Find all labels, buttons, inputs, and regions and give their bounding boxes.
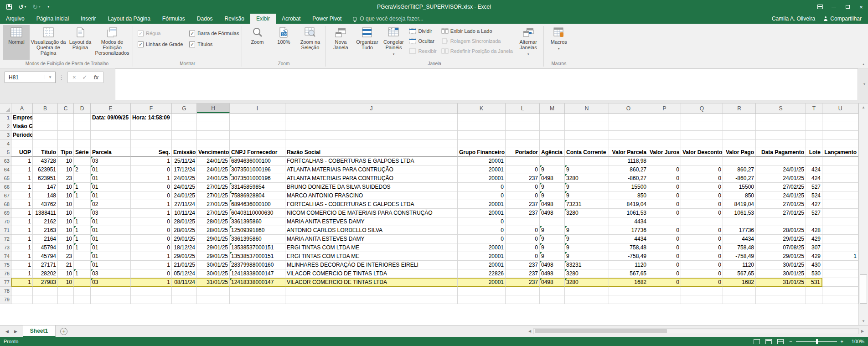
zoom-slider-thumb[interactable]	[816, 339, 818, 344]
row-header-67[interactable]: 67	[0, 191, 11, 200]
cell-P75[interactable]: 0	[648, 261, 681, 269]
cell-N5[interactable]: Conta Corrente	[565, 148, 609, 157]
cell-S71[interactable]: 28/01/25	[756, 226, 806, 235]
redo-button[interactable]: ↻▾	[32, 4, 40, 10]
cell-F77[interactable]: 1	[131, 278, 172, 287]
cell-F79[interactable]	[131, 295, 172, 304]
cell-E67[interactable]: 01	[91, 191, 131, 200]
cell-D5[interactable]: Série	[74, 148, 91, 157]
cell-D69[interactable]	[74, 209, 91, 217]
cell-M73[interactable]: 9	[540, 243, 565, 252]
cell-E4[interactable]	[91, 139, 131, 148]
cell-A64[interactable]: 1	[11, 165, 33, 174]
cell-P78[interactable]	[648, 287, 681, 295]
cell-S67[interactable]: 24/01/25	[756, 191, 806, 200]
cell-S73[interactable]: 07/08/25	[756, 243, 806, 252]
cell-M75[interactable]: 0498	[540, 261, 565, 269]
cell-A72[interactable]: 1	[11, 235, 33, 243]
cell-G68[interactable]: 27/11/24	[172, 200, 197, 209]
formula-bar-checkbox[interactable]: ✓Barra de Fórmulas	[189, 28, 239, 39]
horizontal-scrollbar[interactable]: ◀ ▶	[526, 325, 868, 337]
cell-D2[interactable]	[74, 122, 91, 131]
cell-D78[interactable]	[74, 287, 91, 295]
cell-Q70[interactable]	[681, 217, 723, 226]
cell-E70[interactable]: 01	[91, 217, 131, 226]
cell-D1[interactable]	[74, 114, 91, 122]
cell-Q5[interactable]: Valor Desconto	[681, 148, 723, 157]
cell-A77[interactable]: 1	[11, 278, 33, 287]
cell-I77[interactable]: 12418338000147	[230, 278, 285, 287]
formula-input[interactable]	[115, 68, 858, 100]
cell-I63[interactable]: 6894636000100	[230, 157, 285, 165]
cell-L73[interactable]: 0	[506, 243, 540, 252]
cell-D74[interactable]	[74, 252, 91, 261]
cell-O76[interactable]: 567,65	[609, 269, 648, 278]
row-header-74[interactable]: 74	[0, 252, 11, 261]
cell-M2[interactable]	[540, 122, 565, 131]
cell-T77[interactable]: 531	[806, 278, 822, 287]
cell-E64[interactable]: 01	[91, 165, 131, 174]
cell-J75[interactable]: MLINHARES DECORAÇÃO DE INTERIORES EIRELI	[285, 261, 458, 269]
formula-bar-resize-handle[interactable]: ⋮	[59, 74, 64, 81]
cell-B78[interactable]	[33, 287, 58, 295]
column-header-O[interactable]: O	[609, 103, 648, 113]
minimize-button[interactable]	[827, 0, 841, 14]
cell-L66[interactable]: 0	[506, 183, 540, 191]
cell-I70[interactable]: 3361395860	[230, 217, 285, 226]
column-header-T[interactable]: T	[806, 103, 822, 113]
cell-L1[interactable]	[506, 114, 540, 122]
cell-P68[interactable]: 0	[648, 200, 681, 209]
share-button[interactable]: Compartilhar	[823, 15, 862, 22]
cell-Q77[interactable]: 0	[681, 278, 723, 287]
cell-K65[interactable]: 20001	[458, 174, 506, 183]
cell-K72[interactable]: 0	[458, 235, 506, 243]
cell-F66[interactable]: 0	[131, 183, 172, 191]
cell-A71[interactable]: 1	[11, 226, 33, 235]
cell-G5[interactable]: Emissão	[172, 148, 197, 157]
cell-P66[interactable]: 0	[648, 183, 681, 191]
cell-L68[interactable]: 237	[506, 200, 540, 209]
cell-E69[interactable]: 03	[91, 209, 131, 217]
cell-O5[interactable]: Valor Parcela	[609, 148, 648, 157]
cell-T5[interactable]: Lote	[806, 148, 822, 157]
cell-J65[interactable]: ATLANTA MATERIAIS PARA CONTRUÇÃO	[285, 174, 458, 183]
zoom-level[interactable]: 100%	[849, 339, 864, 344]
cell-T76[interactable]: 530	[806, 269, 822, 278]
cell-C68[interactable]: 10	[58, 200, 74, 209]
cell-G70[interactable]: 28/01/25	[172, 217, 197, 226]
cell-Q66[interactable]: 0	[681, 183, 723, 191]
cell-T70[interactable]	[806, 217, 822, 226]
horizontal-scroll-track[interactable]	[533, 328, 859, 334]
cell-L69[interactable]: 237	[506, 209, 540, 217]
row-header-70[interactable]: 70	[0, 217, 11, 226]
cell-F76[interactable]: 0	[131, 269, 172, 278]
cell-D71[interactable]: 1	[74, 226, 91, 235]
cell-S69[interactable]: 27/01/25	[756, 209, 806, 217]
cell-G2[interactable]	[172, 122, 197, 131]
cell-S3[interactable]	[756, 131, 806, 139]
tab-inserir[interactable]: Inserir	[75, 14, 102, 24]
cell-R64[interactable]: 860,27	[723, 165, 756, 174]
cell-R74[interactable]: -758,49	[723, 252, 756, 261]
cell-J78[interactable]	[285, 287, 458, 295]
cell-O3[interactable]	[609, 131, 648, 139]
cell-A1[interactable]: Empresa: OPERACIONAL	[11, 114, 33, 122]
column-header-N[interactable]: N	[565, 103, 609, 113]
cell-M5[interactable]: Agência	[540, 148, 565, 157]
cell-R71[interactable]: 17736	[723, 226, 756, 235]
cell-K73[interactable]: 20001	[458, 243, 506, 252]
cell-F1[interactable]: Hora: 14:58:09	[131, 114, 172, 122]
cell-N66[interactable]: 9	[565, 183, 609, 191]
zoom-button[interactable]: Zoom	[244, 25, 270, 60]
cell-L79[interactable]	[506, 295, 540, 304]
reset-window-position-button[interactable]: Redefinir Posição da Janela	[439, 46, 515, 56]
cell-P5[interactable]: Valor Juros	[648, 148, 681, 157]
cell-T66[interactable]: 527	[806, 183, 822, 191]
cell-Q63[interactable]	[681, 157, 723, 165]
horizontal-scroll-thumb[interactable]	[535, 329, 667, 333]
cell-S74[interactable]: 29/01/25	[756, 252, 806, 261]
synchronous-scrolling-button[interactable]: Rolagem Sincronizada	[439, 36, 515, 46]
zoom-slider[interactable]	[796, 341, 837, 342]
cell-O64[interactable]: 860,27	[609, 165, 648, 174]
cell-B74[interactable]: 45794	[33, 252, 58, 261]
